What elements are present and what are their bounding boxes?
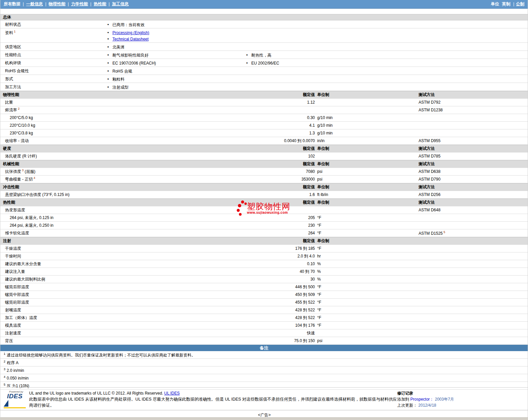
bullet-icon: •: [107, 76, 112, 83]
bullet-text: 北美洲: [112, 44, 124, 50]
table-row: 建议注入量40 到 70%: [0, 268, 528, 276]
value-column-header: 额定值: [107, 200, 315, 205]
bullet-text: EC 1907/2006 (REACH): [112, 60, 156, 67]
row-label: 热变形温度: [0, 207, 107, 213]
table-row: 干燥温度176 到 185°F: [0, 245, 528, 252]
revision-added: 添加到 Prospector： 2003年7月: [397, 396, 525, 402]
row-unit: psi: [315, 338, 419, 343]
row-unit: °F: [315, 315, 419, 320]
table-row: 收缩率 - 流动0.0040 到 0.0070in/inASTM D955: [0, 137, 528, 145]
bullet-icon: •: [246, 60, 251, 67]
list-item: •EC 1907/2006 (REACH): [107, 60, 246, 67]
ul-ides-link[interactable]: UL IDES: [164, 391, 180, 396]
test-column-header: 测试方法: [419, 200, 528, 205]
footnote-marker: 5: [443, 230, 445, 234]
footnote-row: 32.0 in/min: [0, 366, 528, 374]
bullet-icon: •: [107, 30, 112, 36]
row-unit: °F: [315, 285, 419, 289]
row-unit: °F: [315, 300, 419, 305]
unit-metric-link[interactable]: 公制: [516, 2, 524, 6]
table-row: 螺筒后部温度446 到 500°F: [0, 283, 528, 291]
bullet-column: •耐气候影响性能良好: [107, 51, 246, 59]
row-label: 射嘴温度: [0, 307, 107, 313]
table-row: 熔流率 2ASTM D1238: [0, 106, 528, 114]
nav-item-5[interactable]: 加工信息: [112, 2, 129, 6]
row-label: 抗张强度 3 (屈服): [0, 169, 107, 175]
footnote-marker: 2: [4, 360, 5, 363]
row-label: 220°C/10.0 kg: [0, 123, 107, 128]
row-value: 快速: [107, 330, 315, 336]
unit-column-header: 单位制: [315, 92, 419, 98]
section-title: 热性能: [0, 200, 107, 205]
table-row: 建议的最大回制料比例30%: [0, 276, 528, 283]
row-value: 0.10: [107, 261, 315, 266]
section-header: 机械性能额定值单位制测试方法: [0, 160, 528, 168]
row-label: 性能特点: [0, 51, 107, 59]
table-row: 加工（熔体）温度428 到 522°F: [0, 314, 528, 322]
ides-triangle-icon: [4, 400, 8, 407]
row-unit: ft·lb/in: [315, 192, 419, 197]
table-row: 264 psi, 未退火, 0.125 in205°F: [0, 214, 528, 222]
row-unit: °F: [315, 323, 419, 328]
row-label: 建议的最大水分含量: [0, 261, 107, 267]
prospector-link[interactable]: Prospector：: [410, 397, 434, 402]
bullet-column: •Processing (English)•Technical Datashee…: [107, 28, 246, 42]
row-label: 加工方法: [0, 83, 107, 91]
bullet-column: •北美洲: [107, 43, 246, 50]
bullet-column: •已商用：当前有效: [107, 20, 246, 28]
unit-column-header: 单位制: [315, 146, 419, 151]
row-test-method: ASTM D648: [419, 208, 528, 212]
footnote-marker: 4: [4, 375, 5, 379]
bullet-icon: •: [107, 22, 112, 28]
row-label: 熔流率 2: [0, 107, 107, 113]
row-unit: °F: [315, 246, 419, 251]
datasheet-link[interactable]: Technical Datasheet: [112, 36, 149, 42]
table-row: 热变形温度ASTM D648: [0, 206, 528, 214]
nav-item-2[interactable]: 物理性能: [49, 2, 66, 6]
nav-separator: |: [68, 2, 69, 6]
unit-column-header: 单位制: [315, 161, 419, 167]
row-label: 干燥温度: [0, 246, 107, 251]
row-label: 螺筒中部温度: [0, 292, 107, 298]
row-value: 40 到 70: [107, 269, 315, 275]
table-row: 材料状态•已商用：当前有效: [0, 20, 528, 28]
row-label: 264 psi, 未退火, 0.250 in: [0, 223, 107, 228]
row-label: 干燥时间: [0, 253, 107, 259]
section-title: 冲击性能: [0, 184, 107, 190]
bullet-column: •EC 1907/2006 (REACH): [107, 59, 246, 67]
unit-separator: |: [513, 2, 514, 6]
table-row: 机构评级•EC 1907/2006 (REACH)•EU 2002/96/EC: [0, 59, 528, 67]
bullet-text: 已商用：当前有效: [112, 22, 145, 28]
row-value: 30: [107, 277, 315, 282]
nav-item-3[interactable]: 力学性能: [71, 2, 88, 6]
list-item: •EU 2002/96/EC: [246, 60, 528, 67]
row-value: 230: [107, 223, 315, 228]
bullet-icon: •: [107, 44, 112, 50]
footnote-text: 0.050 in/min: [7, 376, 28, 381]
datasheet-link[interactable]: Processing (English): [112, 30, 149, 36]
footer: Powered by IDES UL and the UL logo are t…: [0, 387, 528, 408]
footnote-marker: 5: [4, 383, 5, 386]
value-column-header: 额定值: [107, 238, 315, 244]
row-label: 洛氏硬度 (R 计秤): [0, 153, 107, 159]
row-test-method: ASTM D785: [419, 154, 528, 159]
row-label: 维卡软化温度: [0, 230, 107, 236]
row-value: 75.0 到 150: [107, 338, 315, 344]
row-test-method: ASTM D1238: [419, 108, 528, 112]
row-value: 1.12: [107, 100, 315, 105]
row-label: 200°C/5.0 kg: [0, 115, 107, 120]
nav-item-1[interactable]: 一般信息: [26, 2, 43, 6]
bullet-column: [246, 28, 528, 42]
footnote-row: 1通过这些链接您能够访问供应商资料。我们尽量保证及时更新资料；不过您可以从供应商…: [0, 351, 528, 359]
ad-placeholder: <广告>: [0, 410, 528, 418]
value-column-header: 额定值: [107, 161, 315, 167]
list-item: •RoHS 合规: [107, 68, 246, 75]
nav-item-4[interactable]: 热性能: [94, 2, 106, 6]
row-unit: psi: [315, 177, 419, 182]
unit-column-header: 单位制: [315, 238, 419, 244]
nav-links: 所有数据|一般信息|物理性能|力学性能|热性能|加工信息: [4, 1, 129, 7]
bullet-text: RoHS 合规: [112, 68, 132, 75]
bullet-column: [246, 20, 528, 28]
table-row: 264 psi, 未退火, 0.250 in230°F: [0, 222, 528, 229]
table-row: 加工方法•注射成型: [0, 83, 528, 91]
